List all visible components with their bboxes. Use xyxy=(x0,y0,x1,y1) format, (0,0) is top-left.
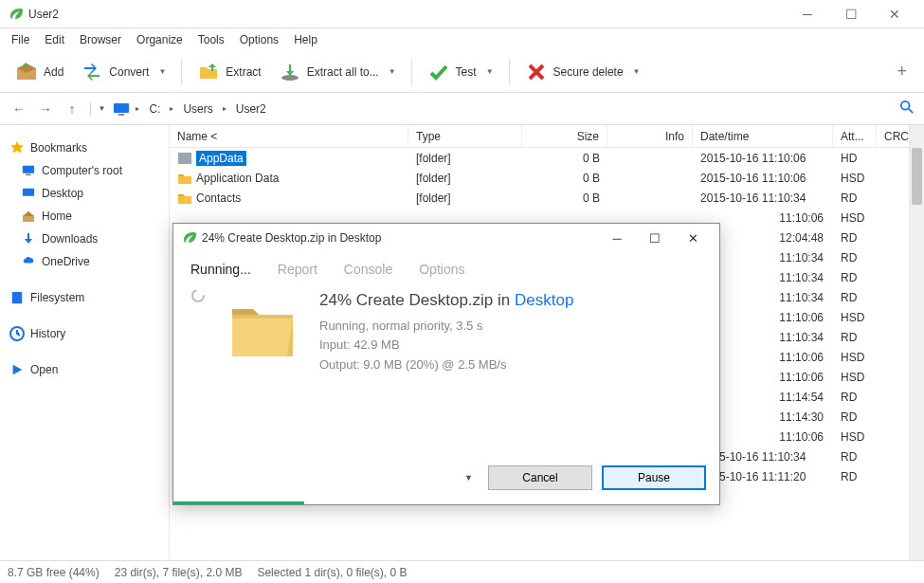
dialog-input-line: Input: 42.9 MB xyxy=(319,336,702,355)
crumb-c[interactable]: C: xyxy=(145,100,164,118)
menu-browser[interactable]: Browser xyxy=(72,30,129,49)
dialog-title: 24% Create Desktop.zip in Desktop xyxy=(202,231,598,245)
chevron-down-icon[interactable]: ▼ xyxy=(99,104,106,113)
col-att[interactable]: Att... xyxy=(833,125,877,147)
disk-icon xyxy=(9,290,25,305)
breadcrumb: ▸ C: ▸ Users ▸ User2 xyxy=(109,100,894,118)
window-title: User2 xyxy=(28,8,786,21)
convert-label: Convert xyxy=(109,65,149,79)
close-button[interactable]: ✕ xyxy=(873,0,916,28)
table-row[interactable]: AppData[folder]0 B2015-10-16 11:10:06HD xyxy=(170,148,924,168)
menubar: File Edit Browser Organize Tools Options… xyxy=(0,28,924,51)
sidebar-open[interactable]: Open xyxy=(4,358,165,381)
file-name: Contacts xyxy=(196,191,241,205)
disk-out-icon xyxy=(279,61,301,83)
svg-rect-6 xyxy=(26,174,30,176)
crumb-user2[interactable]: User2 xyxy=(232,100,270,118)
chevron-down-icon[interactable]: ▼ xyxy=(158,67,166,76)
sidebar-filesystem[interactable]: Filesystem xyxy=(4,286,165,309)
home-icon xyxy=(21,209,36,224)
extract-all-button[interactable]: Extract all to... ▼ xyxy=(271,57,404,87)
scrollbar[interactable] xyxy=(909,125,924,560)
convert-button[interactable]: Convert ▼ xyxy=(73,57,173,87)
col-type[interactable]: Type xyxy=(408,125,522,147)
dialog-dest-link[interactable]: Desktop xyxy=(515,291,573,309)
col-info[interactable]: Info xyxy=(607,125,693,147)
col-date[interactable]: Date/time xyxy=(693,125,833,147)
menu-file[interactable]: File xyxy=(4,30,37,49)
dialog-maximize[interactable]: ☐ xyxy=(636,224,674,252)
test-button[interactable]: Test ▼ xyxy=(420,57,501,87)
tab-report[interactable]: Report xyxy=(278,262,317,277)
status-selected: Selected 1 dir(s), 0 file(s), 0 B xyxy=(257,566,407,579)
cloud-icon xyxy=(21,254,36,269)
svg-point-11 xyxy=(192,290,204,301)
separator xyxy=(411,59,412,85)
status-free: 8.7 GB free (44%) xyxy=(8,566,100,579)
chevron-down-icon[interactable]: ▼ xyxy=(486,67,494,76)
sidebar-computer-root[interactable]: Computer's root xyxy=(4,159,165,182)
tab-running[interactable]: Running... xyxy=(190,262,251,277)
check-icon xyxy=(427,61,450,83)
chevron-down-icon[interactable]: ▼ xyxy=(389,67,396,76)
menu-options[interactable]: Options xyxy=(232,30,286,49)
add-label: Add xyxy=(44,65,63,79)
minimize-button[interactable]: ─ xyxy=(786,0,829,28)
status-counts: 23 dir(s), 7 file(s), 2.0 MB xyxy=(115,566,243,579)
extract-label: Extract xyxy=(226,65,261,79)
tab-options[interactable]: Options xyxy=(419,262,464,277)
sidebar-onedrive[interactable]: OneDrive xyxy=(4,250,165,273)
sidebar-downloads[interactable]: Downloads xyxy=(4,228,165,250)
dialog-titlebar: 24% Create Desktop.zip in Desktop ─ ☐ ✕ xyxy=(173,224,719,252)
separator xyxy=(181,59,182,85)
folder-icon xyxy=(177,172,192,185)
big-folder-icon xyxy=(225,290,300,366)
search-icon[interactable] xyxy=(897,100,916,117)
col-name[interactable]: Name < xyxy=(170,125,408,147)
dialog-headline: 24% Create Desktop.zip in Desktop xyxy=(319,288,702,313)
spinner-icon xyxy=(190,288,206,303)
star-icon xyxy=(9,140,25,155)
test-label: Test xyxy=(456,65,477,79)
navbar: ← → ↑ │ ▼ ▸ C: ▸ Users ▸ User2 xyxy=(0,93,924,125)
menu-tools[interactable]: Tools xyxy=(190,30,232,49)
menu-organize[interactable]: Organize xyxy=(129,30,190,49)
crumb-users[interactable]: Users xyxy=(179,100,216,118)
app-leaf-icon xyxy=(8,7,23,22)
nav-forward[interactable]: → xyxy=(34,98,57,120)
chevron-down-icon[interactable]: ▼ xyxy=(633,67,641,76)
titlebar: User2 ─ ☐ ✕ xyxy=(0,0,924,28)
add-button[interactable]: Add xyxy=(8,57,71,87)
dialog-info: 24% Create Desktop.zip in Desktop Runnin… xyxy=(319,284,702,451)
dialog-minimize[interactable]: ─ xyxy=(598,224,636,252)
cancel-button[interactable]: Cancel xyxy=(488,465,592,490)
sidebar-history[interactable]: History xyxy=(4,322,165,345)
app-leaf-icon xyxy=(181,230,196,246)
x-icon xyxy=(525,61,548,83)
sidebar-desktop[interactable]: Desktop xyxy=(4,182,165,205)
svg-rect-8 xyxy=(12,292,23,303)
secure-delete-label: Secure delete xyxy=(553,65,624,79)
dialog-tabs: Running... Report Console Options xyxy=(173,252,719,284)
folder-icon xyxy=(177,191,192,205)
secure-delete-button[interactable]: Secure delete ▼ xyxy=(517,57,648,87)
nav-up[interactable]: ↑ xyxy=(61,98,83,120)
nav-back[interactable]: ← xyxy=(8,98,30,120)
menu-edit[interactable]: Edit xyxy=(37,30,72,49)
dialog-close[interactable]: ✕ xyxy=(674,224,712,252)
sidebar-bookmarks[interactable]: Bookmarks xyxy=(4,137,165,159)
col-size[interactable]: Size xyxy=(522,125,607,147)
chevron-down-icon[interactable]: ▼ xyxy=(464,473,473,483)
table-row[interactable]: Application Data[folder]0 B2015-10-16 11… xyxy=(170,168,924,188)
tab-console[interactable]: Console xyxy=(344,262,392,277)
column-headers: Name < Type Size Info Date/time Att... C… xyxy=(170,125,924,148)
svg-rect-10 xyxy=(178,153,191,164)
menu-help[interactable]: Help xyxy=(286,30,325,49)
table-row[interactable]: Contacts[folder]0 B2015-10-16 11:10:34RD xyxy=(170,188,924,208)
scrollbar-thumb[interactable] xyxy=(912,148,922,205)
extract-button[interactable]: Extract xyxy=(190,57,268,87)
sidebar-home[interactable]: Home xyxy=(4,205,165,228)
maximize-button[interactable]: ☐ xyxy=(829,0,873,28)
toolbar-add-more[interactable]: + xyxy=(887,62,916,82)
pause-button[interactable]: Pause xyxy=(602,465,706,490)
